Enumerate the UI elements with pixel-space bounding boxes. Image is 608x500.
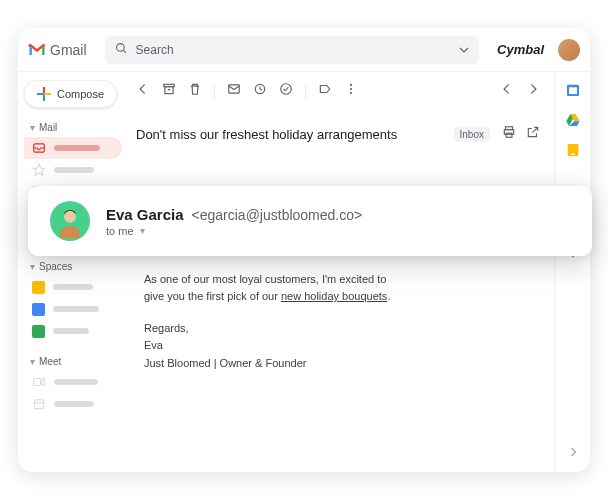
svg-point-11 [281,84,292,95]
account-avatar[interactable] [558,39,580,61]
recipient-dropdown[interactable]: to me ▾ [106,225,362,237]
sidebar-item-label-placeholder [53,306,99,312]
newer-icon[interactable] [526,82,540,99]
search-placeholder: Search [136,43,459,57]
calendar-app-icon[interactable] [565,82,581,98]
subject-row: Don't miss our freshest holiday arrangem… [136,111,540,153]
body: Compose ▾ Mail [18,72,590,472]
sidebar-meet-item[interactable] [24,393,122,415]
svg-rect-19 [569,87,577,94]
sender-card: Eva Garcia <egarcia@justbloomed.co> to m… [28,186,592,256]
spaces-section-header[interactable]: ▾ Spaces [24,257,122,276]
svg-rect-4 [34,400,43,409]
svg-point-0 [116,43,124,51]
label-icon[interactable] [318,82,332,99]
svg-point-12 [350,84,352,86]
search-input[interactable]: Search [105,36,479,64]
mark-unread-icon[interactable] [227,82,241,99]
sidebar-item-inbox[interactable] [24,137,122,159]
sidebar-meet-item[interactable] [24,371,122,393]
star-icon [32,163,46,177]
print-icon[interactable] [502,125,516,143]
space-color-icon [32,303,45,316]
open-new-icon[interactable] [526,125,540,143]
plus-icon [37,87,51,101]
inbox-chip[interactable]: Inbox [454,127,490,142]
snooze-icon[interactable] [253,82,267,99]
svg-line-1 [123,50,126,53]
search-icon [115,41,128,59]
older-icon[interactable] [500,82,514,99]
keep-app-icon[interactable] [565,142,581,158]
gmail-icon [28,43,46,57]
inbox-icon [32,141,46,155]
sidebar-item-starred[interactable] [24,159,122,181]
calendar-icon [32,397,46,411]
sidebar-space-item[interactable] [24,298,122,320]
meet-section-header[interactable]: ▾ Meet [24,352,122,371]
sidebar-item-label-placeholder [54,145,100,151]
space-color-icon [32,281,45,294]
svg-point-14 [350,92,352,94]
svg-point-13 [350,88,352,90]
brand-label: Cymbal [497,42,544,57]
sidebar-space-item[interactable] [24,276,122,298]
compose-button[interactable]: Compose [24,80,117,108]
sidebar: Compose ▾ Mail [18,72,128,472]
main-panel: Don't miss our freshest holiday arrangem… [128,72,554,472]
sidebar-space-item[interactable] [24,320,122,342]
caret-down-icon: ▾ [30,261,35,272]
add-task-icon[interactable] [279,82,293,99]
signature: Regards, Eva Just Bloomed | Owner & Foun… [144,320,404,373]
back-icon[interactable] [136,82,150,99]
sidebar-item-label-placeholder [53,284,93,290]
app-name: Gmail [50,42,87,58]
caret-down-icon: ▾ [30,356,35,367]
svg-rect-3 [34,379,41,386]
gmail-logo[interactable]: Gmail [28,42,87,58]
svg-rect-21 [571,153,575,154]
chevron-down-icon: ▾ [140,225,145,236]
video-icon [32,375,46,389]
compose-label: Compose [57,88,104,100]
mail-section-header[interactable]: ▾ Mail [24,118,122,137]
sender-info: Eva Garcia <egarcia@justbloomed.co> to m… [106,206,362,237]
sidebar-item-label-placeholder [54,379,98,385]
sidebar-item-label-placeholder [53,328,89,334]
archive-icon[interactable] [162,82,176,99]
delete-icon[interactable] [188,82,202,99]
holiday-bouquets-link[interactable]: new holiday bouquets [281,290,387,302]
hide-panel-icon[interactable] [567,444,579,462]
sidebar-item-label-placeholder [54,167,94,173]
sidebar-item-label-placeholder [54,401,94,407]
space-color-icon [32,325,45,338]
message-toolbar [136,82,540,111]
sender-name: Eva Garcia [106,206,184,223]
topbar: Gmail Search Cymbal [18,28,590,72]
more-icon[interactable] [344,82,358,99]
sender-email: <egarcia@justbloomed.co> [192,207,363,223]
search-options-caret-icon[interactable] [459,41,469,59]
svg-point-25 [64,211,76,223]
message-subject: Don't miss our freshest holiday arrangem… [136,127,442,142]
body-paragraph: As one of our most loyal customers, I'm … [144,271,404,306]
side-panel [554,72,590,472]
caret-down-icon: ▾ [30,122,35,133]
sender-avatar[interactable] [50,201,90,241]
drive-app-icon[interactable] [565,112,581,128]
